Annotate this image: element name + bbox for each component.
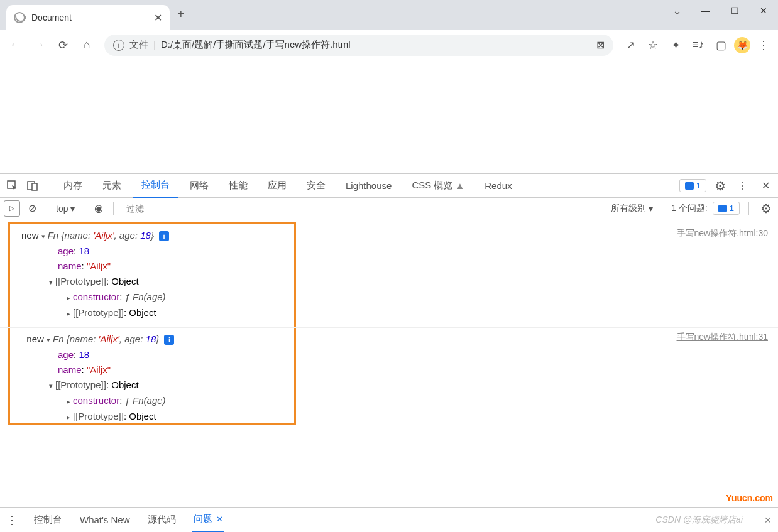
console-toolbar: ▷ ⊘ top▾ ◉ 所有级别▾ 1 个问题: 1 ⚙ <box>0 198 778 219</box>
extensions-puzzle-icon[interactable]: ✦ <box>666 36 685 55</box>
issues-badge[interactable]: 1 <box>679 179 706 192</box>
device-toolbar-icon[interactable] <box>24 177 41 195</box>
prototype-row[interactable]: [[Prototype]]: Object <box>21 377 768 393</box>
info-icon[interactable]: i <box>164 335 174 345</box>
devtools-panel: 内存 元素 控制台 网络 性能 应用 安全 Lighthouse CSS 概览▲… <box>0 173 778 532</box>
tab-title: Document <box>31 13 148 23</box>
reload-button[interactable]: ⟳ <box>53 35 73 55</box>
log-summary-row[interactable]: _new Fn {name: 'Ailjx', age: 18} i <box>21 332 768 347</box>
url-text: D:/桌面/题解/手撕面试题/手写new操作符.html <box>161 39 591 51</box>
drawer-tab-whatsnew[interactable]: What's New <box>79 508 131 533</box>
expand-toggle-icon[interactable] <box>67 410 70 425</box>
close-window-button[interactable]: ✕ <box>749 0 778 21</box>
chrome-menu-icon[interactable]: ⋮ <box>754 36 773 55</box>
drawer-tab-issues[interactable]: 问题✕ <box>192 508 224 533</box>
execution-context-selector[interactable]: top▾ <box>53 204 77 214</box>
devtools-more-icon[interactable]: ⋮ <box>734 177 752 195</box>
devtools-drawer: ⋮ 控制台 What's New 源代码 问题✕ CSDN @海底烧烤店ai ✕ <box>0 507 778 532</box>
back-button[interactable]: ← <box>5 35 25 55</box>
window-controls: ⌄ — ☐ ✕ <box>662 0 778 30</box>
property-row[interactable]: name: "Ailjx" <box>21 362 768 377</box>
file-label: 文件 <box>129 39 148 51</box>
expand-toggle-icon[interactable] <box>49 378 53 393</box>
favicon-globe-icon <box>14 12 25 23</box>
expand-toggle-icon[interactable] <box>67 306 70 321</box>
new-tab-button[interactable]: + <box>177 7 185 24</box>
issues-indicator[interactable]: 1 个问题: 1 <box>671 202 740 215</box>
expand-toggle-icon[interactable] <box>47 332 50 347</box>
prototype-row[interactable]: [[Prototype]]: Object <box>21 409 768 425</box>
live-expression-eye-icon[interactable]: ◉ <box>90 200 107 217</box>
expand-toggle-icon[interactable] <box>41 229 45 244</box>
speech-bubble-icon <box>685 182 694 190</box>
log-level-selector[interactable]: 所有级别▾ <box>611 203 653 214</box>
translate-icon[interactable]: ⊠ <box>596 39 605 51</box>
tab-security[interactable]: 安全 <box>298 174 334 198</box>
issues-badge[interactable]: 1 <box>713 202 740 215</box>
property-row[interactable]: age: 18 <box>21 347 768 362</box>
expand-toggle-icon[interactable] <box>49 274 53 290</box>
page-viewport <box>0 60 778 173</box>
log-summary-row[interactable]: new Fn {name: 'Ailjx', age: 18} i <box>21 228 768 244</box>
minimize-button[interactable]: — <box>691 0 720 21</box>
tab-close-icon[interactable]: ✕ <box>154 12 162 24</box>
media-control-icon[interactable]: ≡♪ <box>689 36 708 55</box>
constructor-row[interactable]: constructor: ƒ Fn(age) <box>21 393 768 409</box>
tab-redux[interactable]: Redux <box>476 174 520 198</box>
devtools-settings-icon[interactable]: ⚙ <box>711 177 729 195</box>
source-link[interactable]: 手写new操作符.html:30 <box>677 228 768 239</box>
drawer-tab-console[interactable]: 控制台 <box>33 508 63 533</box>
console-settings-icon[interactable]: ⚙ <box>758 200 774 217</box>
console-sidebar-toggle-icon[interactable]: ▷ <box>4 200 20 217</box>
tab-network[interactable]: 网络 <box>181 174 217 198</box>
watermark-csdn: CSDN @海底烧烤店ai <box>655 514 743 526</box>
info-icon[interactable]: i <box>159 231 169 241</box>
close-icon[interactable]: ✕ <box>216 514 223 524</box>
bookmark-star-icon[interactable]: ☆ <box>644 36 662 55</box>
console-output: 手写new操作符.html:30 new Fn {name: 'Ailjx', … <box>0 219 778 507</box>
console-filter-input[interactable] <box>126 204 601 214</box>
tab-memory[interactable]: 内存 <box>55 174 91 198</box>
constructor-row[interactable]: constructor: ƒ Fn(age) <box>21 290 768 305</box>
source-link[interactable]: 手写new操作符.html:31 <box>677 332 768 343</box>
home-button[interactable]: ⌂ <box>77 35 97 55</box>
drawer-tab-sources[interactable]: 源代码 <box>146 508 177 533</box>
address-bar: ← → ⟳ ⌂ i 文件 | D:/桌面/题解/手撕面试题/手写new操作符.h… <box>0 30 778 60</box>
property-row[interactable]: age: 18 <box>21 244 768 259</box>
separator <box>47 202 47 215</box>
tab-console[interactable]: 控制台 <box>133 174 178 198</box>
devtools-close-icon[interactable]: ✕ <box>757 177 774 195</box>
prototype-row[interactable]: [[Prototype]]: Object <box>21 274 768 290</box>
tab-overflow-icon[interactable]: ⌄ <box>662 0 691 21</box>
separator <box>48 179 48 193</box>
browser-tab[interactable]: Document ✕ <box>6 5 170 30</box>
tab-performance[interactable]: 性能 <box>220 174 256 198</box>
side-panel-icon[interactable]: ▢ <box>711 36 730 55</box>
expand-toggle-icon[interactable] <box>67 290 70 305</box>
maximize-button[interactable]: ☐ <box>720 0 749 21</box>
inspect-element-icon[interactable] <box>4 177 21 195</box>
svg-rect-2 <box>32 183 37 190</box>
property-row[interactable]: name: "Ailjx" <box>21 259 768 274</box>
separator <box>113 202 114 215</box>
drawer-more-icon[interactable]: ⋮ <box>6 513 18 527</box>
console-filter[interactable] <box>120 203 607 214</box>
omnibox[interactable]: i 文件 | D:/桌面/题解/手撕面试题/手写new操作符.html ⊠ <box>104 35 613 56</box>
profile-avatar[interactable]: 🦊 <box>734 37 750 53</box>
expand-toggle-icon[interactable] <box>67 394 70 409</box>
share-icon[interactable]: ↗ <box>621 36 640 55</box>
prototype-row[interactable]: [[Prototype]]: Object <box>21 305 768 321</box>
tab-elements[interactable]: 元素 <box>94 174 130 198</box>
drawer-close-icon[interactable]: ✕ <box>764 515 772 525</box>
console-log-entry: 手写new操作符.html:30 new Fn {name: 'Ailjx', … <box>0 224 778 327</box>
beaker-icon: ▲ <box>455 180 464 191</box>
forward-button[interactable]: → <box>29 35 49 55</box>
tab-lighthouse[interactable]: Lighthouse <box>337 174 400 198</box>
tab-css-overview[interactable]: CSS 概览▲ <box>403 174 473 198</box>
clear-console-icon[interactable]: ⊘ <box>24 200 40 217</box>
tab-application[interactable]: 应用 <box>259 174 295 198</box>
separator <box>84 202 84 215</box>
watermark-yuucn: Yuucn.com <box>726 493 773 503</box>
site-info-icon[interactable]: i <box>113 40 124 51</box>
browser-titlebar: Document ✕ + ⌄ — ☐ ✕ <box>0 0 778 30</box>
